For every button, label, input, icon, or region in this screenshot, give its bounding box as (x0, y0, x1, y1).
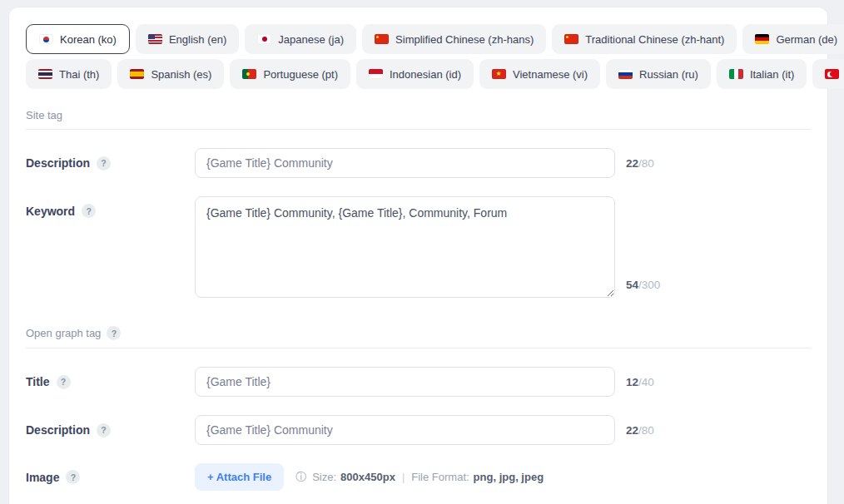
language-tab-vi[interactable]: Vietnamese (vi) (479, 59, 600, 89)
site-description-counter: 22/80 (626, 157, 654, 170)
flag-en-icon (148, 34, 162, 44)
og-description-counter: 22/80 (626, 424, 654, 437)
size-label: Size: (312, 471, 336, 483)
flag-id-icon (369, 69, 383, 79)
og-title-label-group: Title ? (26, 375, 195, 389)
language-tab-id[interactable]: Indonesian (id) (356, 59, 474, 89)
language-tab-row: Korean (ko)English (en)Japanese (ja)Simp… (26, 24, 811, 54)
seo-settings-card: Korean (ko)English (en)Japanese (ja)Simp… (8, 7, 828, 504)
language-tab-label: Vietnamese (vi) (513, 68, 588, 81)
language-tab-tr[interactable]: Turkish (tr) (812, 59, 844, 89)
og-image-label: Image (26, 471, 59, 484)
flag-it-icon (729, 69, 743, 79)
flag-zh-hant-icon (564, 34, 578, 44)
language-tab-zh-hant[interactable]: Traditional Chinese (zh-hant) (552, 24, 737, 54)
og-image-row: Image ? + Attach File ⓘ Size: 800x450px … (26, 463, 811, 491)
help-icon[interactable]: ? (97, 423, 111, 437)
flag-th-icon (38, 69, 52, 79)
language-tab-label: Simplified Chinese (zh-hans) (395, 33, 534, 46)
language-tab-label: Korean (ko) (60, 33, 117, 46)
site-keyword-row: Keyword ? {Game Title} Community, {Game … (26, 196, 811, 298)
language-tab-ko[interactable]: Korean (ko) (26, 24, 130, 54)
open-graph-heading-label: Open graph tag (26, 327, 101, 339)
language-tab-ja[interactable]: Japanese (ja) (245, 24, 356, 54)
format-label: File Format: (411, 471, 469, 483)
og-description-row: Description ? 22/80 (26, 415, 811, 445)
language-tab-en[interactable]: English (en) (136, 24, 239, 54)
flag-ko-icon (39, 34, 53, 44)
flag-ru-icon (618, 69, 633, 79)
info-separator: | (402, 471, 405, 483)
site-keyword-label: Keyword (26, 205, 75, 218)
language-tab-label: Thai (th) (59, 68, 99, 81)
language-tab-row: Thai (th)Spanish (es)Portuguese (pt)Indo… (26, 59, 811, 89)
help-icon[interactable]: ? (82, 204, 96, 218)
image-requirements: ⓘ Size: 800x450px | File Format: png, jp… (295, 470, 544, 485)
open-graph-divider (26, 348, 811, 348)
language-tab-label: Spanish (es) (151, 68, 211, 81)
language-tab-label: Indonesian (id) (390, 68, 461, 81)
language-tab-th[interactable]: Thai (th) (26, 59, 112, 89)
language-tab-label: Italian (it) (750, 68, 794, 81)
og-description-label: Description (26, 423, 90, 437)
og-title-counter: 12/40 (626, 376, 654, 388)
language-tab-label: Japanese (ja) (278, 33, 344, 46)
site-description-input[interactable] (195, 148, 615, 178)
site-keyword-counter: 54/300 (626, 279, 660, 291)
attach-file-button[interactable]: + Attach File (195, 463, 284, 491)
language-tab-label: Portuguese (pt) (263, 68, 338, 81)
site-description-label: Description (26, 156, 90, 170)
language-tab-label: German (de) (776, 33, 837, 46)
language-tab-pt[interactable]: Portuguese (pt) (230, 59, 350, 89)
help-icon[interactable]: ? (97, 156, 111, 170)
flag-ja-icon (257, 34, 271, 44)
language-tab-label: Traditional Chinese (zh-hant) (585, 33, 724, 46)
language-tab-es[interactable]: Spanish (es) (117, 59, 224, 89)
site-keyword-textarea[interactable]: {Game Title} Community, {Game Title}, Co… (195, 196, 615, 298)
format-value: png, jpg, jpeg (474, 471, 544, 483)
language-tab-zh-hans[interactable]: Simplified Chinese (zh-hans) (362, 24, 546, 54)
site-description-row: Description ? 22/80 (26, 148, 811, 178)
language-tab-de[interactable]: German (de) (742, 24, 844, 54)
og-image-label-group: Image ? (26, 470, 195, 484)
help-icon[interactable]: ? (66, 470, 80, 484)
flag-vi-icon (492, 69, 506, 79)
site-tag-divider (26, 129, 811, 130)
flag-tr-icon (825, 69, 839, 79)
og-title-input[interactable] (195, 367, 615, 397)
language-tab-label: Russian (ru) (639, 68, 698, 81)
info-icon: ⓘ (295, 470, 306, 485)
flag-pt-icon (242, 69, 256, 79)
help-icon[interactable]: ? (107, 326, 121, 340)
language-tab-label: English (en) (169, 33, 226, 46)
site-tag-section-heading: Site tag (26, 109, 811, 121)
open-graph-section-heading: Open graph tag ? (26, 326, 811, 340)
flag-de-icon (755, 34, 769, 44)
site-tag-heading-label: Site tag (26, 109, 62, 121)
site-description-label-group: Description ? (26, 156, 195, 170)
og-description-input[interactable] (195, 415, 615, 445)
og-title-row: Title ? 12/40 (26, 367, 811, 397)
flag-zh-hans-icon (375, 34, 389, 44)
size-value: 800x450px (340, 471, 395, 483)
help-icon[interactable]: ? (57, 375, 71, 389)
language-tab-it[interactable]: Italian (it) (717, 59, 807, 89)
og-description-label-group: Description ? (26, 423, 195, 437)
og-title-label: Title (26, 375, 50, 388)
language-tab-ru[interactable]: Russian (ru) (606, 59, 711, 89)
language-tabs: Korean (ko)English (en)Japanese (ja)Simp… (26, 24, 811, 89)
site-keyword-label-group: Keyword ? (26, 204, 195, 218)
flag-es-icon (130, 69, 144, 79)
